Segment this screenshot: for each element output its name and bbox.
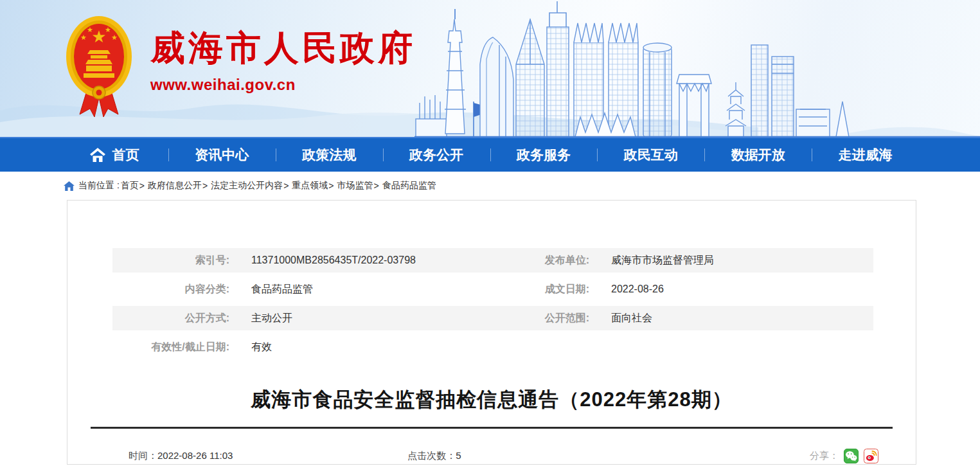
nav-item-home[interactable]: 首页 — [61, 138, 168, 172]
nav-item-policies[interactable]: 政策法规 — [276, 138, 383, 172]
nav-label: 政策法规 — [302, 146, 356, 164]
svg-text:★: ★ — [80, 33, 87, 42]
breadcrumb-separator: > — [139, 181, 145, 191]
nav-label: 走进威海 — [839, 146, 893, 164]
clicks-value: 5 — [456, 450, 461, 461]
nav-item-interaction[interactable]: 政民互动 — [597, 138, 704, 172]
nav-item-open-data[interactable]: 数据开放 — [704, 138, 812, 172]
nav-item-news[interactable]: 资讯中心 — [168, 138, 276, 172]
time-value: 2022-08-26 11:03 — [157, 450, 233, 461]
nav-item-gov-affairs[interactable]: 政务公开 — [383, 138, 490, 172]
time-label: 时间： — [129, 450, 157, 461]
nav-label: 首页 — [112, 146, 139, 164]
click-count: 点击次数：5 — [407, 450, 461, 462]
breadcrumb-separator: > — [202, 181, 208, 191]
svg-text:★: ★ — [105, 26, 111, 34]
home-icon — [90, 148, 105, 162]
validity-label: 有效性/截止日期: — [112, 341, 229, 354]
category-value: 食品药品监管 — [229, 283, 511, 296]
svg-text:★: ★ — [87, 26, 93, 34]
disclosure-scope-value: 面向社会 — [589, 312, 873, 325]
main-nav: 首页 资讯中心 政策法规 政务公开 政务服务 政民互动 数据开放 走进威海 — [0, 138, 980, 172]
nav-item-about-weihai[interactable]: 走进威海 — [812, 138, 919, 172]
site-brand[interactable]: ★ ★ ★ ★ ★ 威海市人民政府 www.weihai.gov.cn — [64, 14, 416, 121]
brand-text: 威海市人民政府 www.weihai.gov.cn — [150, 14, 416, 94]
nav-label: 数据开放 — [731, 146, 785, 164]
category-label: 内容分类: — [112, 283, 229, 296]
breadcrumb-item-statutory[interactable]: 法定主动公开内容 — [211, 180, 283, 192]
table-row: 内容分类: 食品药品监管 成文日期: 2022-08-26 — [112, 277, 873, 301]
table-row: 有效性/截止日期: 有效 — [112, 335, 873, 359]
nav-item-gov-services[interactable]: 政务服务 — [490, 138, 598, 172]
nav-label: 政务服务 — [517, 146, 571, 164]
document-info-table: 索引号: 11371000MB2856435T/2022-03798 发布单位:… — [112, 248, 873, 359]
table-row: 公开方式: 主动公开 公开范围: 面向社会 — [112, 306, 873, 330]
title-divider — [91, 427, 893, 429]
national-emblem-icon: ★ ★ ★ ★ ★ — [64, 14, 134, 121]
breadcrumb-item-gov-info[interactable]: 政府信息公开 — [148, 180, 202, 192]
index-number-value: 11371000MB2856435T/2022-03798 — [229, 255, 511, 266]
disclosure-method-label: 公开方式: — [112, 312, 229, 325]
city-skyline-illustration — [414, 0, 980, 138]
share-label: 分享： — [810, 450, 839, 462]
nav-label: 政务公开 — [409, 146, 463, 164]
breadcrumb-item-key-areas[interactable]: 重点领域 — [292, 180, 328, 192]
publisher-label: 发布单位: — [511, 254, 589, 267]
date-value: 2022-08-26 — [589, 283, 873, 295]
share-bar: 分享： — [810, 449, 878, 463]
article-meta-bar: 时间：2022-08-26 11:03 点击次数：5 分享： — [67, 449, 916, 463]
validity-value: 有效 — [229, 341, 511, 354]
breadcrumb: 当前位置 : 首页 > 政府信息公开 > 法定主动公开内容 > 重点领域 > 市… — [0, 172, 980, 200]
nav-label: 政民互动 — [624, 146, 678, 164]
breadcrumb-item-food-drug[interactable]: 食品药品监管 — [382, 180, 436, 192]
publish-time: 时间：2022-08-26 11:03 — [129, 450, 233, 462]
weibo-icon[interactable] — [864, 449, 878, 463]
nav-label: 资讯中心 — [195, 146, 249, 164]
breadcrumb-separator: > — [374, 181, 379, 191]
publisher-value: 威海市市场监督管理局 — [589, 254, 873, 267]
breadcrumb-item-market-regulation[interactable]: 市场监管 — [337, 180, 373, 192]
date-label: 成文日期: — [511, 283, 589, 296]
disclosure-scope-label: 公开范围: — [511, 312, 589, 325]
breadcrumb-prefix: 当前位置 : — [78, 180, 120, 192]
breadcrumb-separator: > — [328, 181, 334, 191]
breadcrumb-home-icon — [64, 181, 75, 191]
site-url[interactable]: www.weihai.gov.cn — [150, 76, 416, 94]
site-title[interactable]: 威海市人民政府 — [150, 30, 416, 66]
disclosure-method-value: 主动公开 — [229, 312, 511, 325]
index-number-label: 索引号: — [112, 254, 229, 267]
document-card: 索引号: 11371000MB2856435T/2022-03798 发布单位:… — [67, 200, 916, 465]
table-row: 索引号: 11371000MB2856435T/2022-03798 发布单位:… — [112, 248, 873, 273]
svg-text:★: ★ — [111, 33, 118, 42]
clicks-label: 点击次数： — [407, 450, 456, 461]
wechat-icon[interactable] — [844, 449, 859, 463]
breadcrumb-separator: > — [283, 181, 289, 191]
site-header: ★ ★ ★ ★ ★ 威海市人民政府 www.weihai.gov.cn — [0, 0, 980, 138]
page-title: 威海市食品安全监督抽检信息通告（2022年第28期） — [67, 386, 916, 413]
breadcrumb-item-home[interactable]: 首页 — [121, 180, 139, 192]
